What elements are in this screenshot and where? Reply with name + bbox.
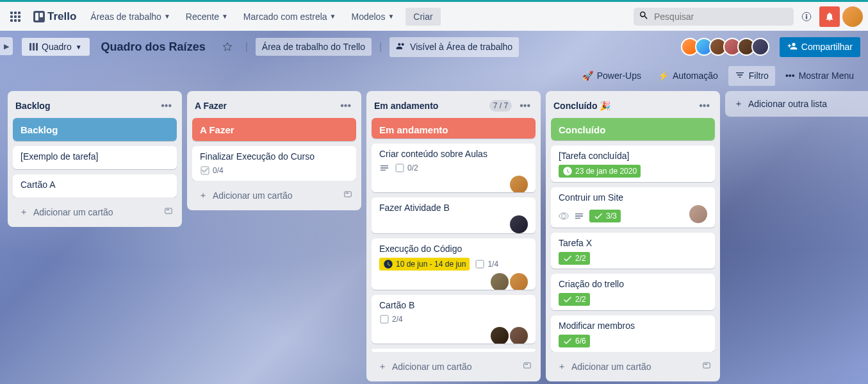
card[interactable]: Criar conteúdo sobre Aulas 0/2 [372, 144, 536, 192]
templates-menu[interactable]: Modelos▼ [345, 8, 400, 26]
board-view-icon [29, 43, 38, 51]
user-add-icon [787, 41, 798, 53]
add-card-button[interactable]: ＋Adicionar um cartão [14, 203, 156, 222]
list-menu-button[interactable]: ••• [338, 97, 354, 114]
card[interactable]: Cartão A [13, 174, 177, 197]
bolt-icon: ⚡ [658, 71, 669, 81]
svg-rect-3 [346, 193, 349, 194]
visibility-button[interactable]: Visível à Área de trabalho [389, 37, 519, 57]
more-icon: ••• [785, 71, 795, 81]
description-icon [574, 211, 584, 221]
plus-icon: ＋ [557, 361, 566, 372]
card-template-button[interactable] [341, 187, 355, 204]
checklist-badge: 3/3 [589, 210, 621, 222]
card[interactable]: Fazer Atividade B [372, 197, 536, 234]
trello-logo-text: Trello [47, 10, 76, 23]
card[interactable]: Modificar membros 6/6 [551, 315, 715, 352]
card-template-button[interactable] [520, 358, 534, 375]
search-icon [639, 10, 649, 23]
view-switcher[interactable]: Quadro ▼ [22, 38, 90, 56]
star-board-button[interactable] [217, 37, 238, 57]
svg-rect-0 [165, 208, 172, 213]
member-avatar[interactable] [751, 38, 769, 56]
svg-rect-2 [345, 192, 352, 197]
list-title[interactable]: Em andamento [374, 101, 438, 111]
list-menu-button[interactable]: ••• [517, 97, 533, 114]
board-header: Quadro ▼ Quadro dos Raízes | Área de tra… [0, 31, 868, 63]
top-navigation: Trello Áreas de trabalho▼ Recente▼ Marca… [0, 0, 868, 31]
automation-button[interactable]: ⚡Automação [651, 67, 725, 85]
due-date-badge: 23 de jan de 2020 [559, 165, 641, 178]
svg-rect-6 [703, 363, 710, 368]
list-menu-button[interactable]: ••• [158, 97, 174, 114]
list-header-card[interactable]: Concluído [551, 118, 715, 140]
recent-menu[interactable]: Recente▼ [179, 8, 234, 26]
list-header-card[interactable]: Em andamento [372, 118, 536, 138]
list-header-card[interactable]: A Fazer [192, 118, 356, 141]
checklist-badge: 0/4 [200, 165, 224, 176]
card[interactable]: [Tarefa concluída] 23 de jan de 2020 [551, 146, 715, 182]
info-button[interactable] [796, 6, 817, 27]
list-header-card[interactable]: Backlog [13, 118, 177, 141]
create-button[interactable]: Criar [405, 8, 440, 26]
card-template-button[interactable] [700, 358, 714, 375]
board-title[interactable]: Quadro dos Raízes [95, 40, 212, 54]
card[interactable]: Criação do trello 2/2 [551, 274, 715, 310]
board-toolbar: 🚀Power-Ups ⚡Automação Filtro •••Mostrar … [0, 63, 868, 88]
search-box[interactable] [634, 8, 794, 26]
plus-icon: ＋ [19, 206, 28, 218]
card[interactable]: Cartão B 2/4 [372, 295, 536, 344]
list-menu-button[interactable]: ••• [696, 97, 712, 114]
list-title[interactable]: Backlog [15, 101, 50, 111]
search-input[interactable] [654, 12, 789, 22]
card-member-avatar[interactable] [510, 176, 528, 192]
add-card-button[interactable]: ＋Adicionar um cartão [373, 357, 515, 376]
board-members[interactable] [685, 38, 769, 56]
checklist-badge: 0/2 [395, 163, 418, 173]
card-member-avatar[interactable] [491, 327, 509, 344]
checklist-badge: 2/2 [559, 252, 590, 265]
card-member-avatar[interactable] [689, 205, 707, 223]
svg-rect-7 [705, 364, 708, 365]
add-list-button[interactable]: ＋Adicionar outra lista [725, 91, 868, 117]
show-menu-button[interactable]: •••Mostrar Menu [779, 67, 860, 85]
card-member-avatar[interactable] [510, 273, 528, 289]
card-member-avatar[interactable] [510, 215, 528, 233]
chevron-down-icon: ▼ [388, 13, 394, 20]
card[interactable]: Execução do Código 10 de jun - 14 de jun… [372, 238, 536, 289]
app-switcher-button[interactable] [5, 6, 26, 27]
add-card-button[interactable]: ＋Adicionar um cartão [552, 357, 694, 376]
checklist-badge: 6/6 [559, 335, 590, 347]
due-date-badge: 10 de jun - 14 de jun [379, 258, 470, 271]
board-canvas[interactable]: Backlog ••• Backlog [Exemplo de tarefa] … [0, 88, 868, 384]
card[interactable]: Finalizar Execução do Curso 0/4 [192, 146, 356, 181]
trello-logo-icon [33, 11, 45, 22]
list-title[interactable]: A Fazer [195, 101, 227, 111]
card[interactable]: Tarefa X 2/2 [551, 233, 715, 269]
chevron-down-icon: ▼ [330, 13, 336, 20]
starred-menu[interactable]: Marcado com estrela▼ [237, 8, 343, 26]
profile-avatar[interactable] [842, 6, 863, 27]
add-card-button[interactable]: ＋Adicionar um cartão [193, 186, 336, 205]
card-template-button[interactable] [161, 204, 176, 221]
list-title[interactable]: Concluído 🎉 [553, 101, 610, 111]
notifications-button[interactable] [819, 6, 840, 27]
filter-icon [735, 70, 745, 82]
rocket-icon: 🚀 [582, 71, 593, 81]
powerups-button[interactable]: 🚀Power-Ups [576, 67, 648, 85]
filter-button[interactable]: Filtro [728, 66, 775, 86]
chevron-down-icon: ▼ [164, 13, 170, 20]
card[interactable]: [Exemplo de tarefa] [13, 146, 177, 169]
svg-rect-1 [167, 210, 170, 210]
trello-logo[interactable]: Trello [28, 10, 81, 23]
card-member-avatar[interactable] [491, 273, 509, 289]
list-todo: A Fazer ••• A Fazer Finalizar Execução d… [187, 91, 361, 210]
list-done: Concluído 🎉 ••• Concluído [Tarefa conclu… [546, 91, 720, 381]
checklist-badge: 2/4 [379, 314, 403, 324]
workspace-button[interactable]: Área de trabalho do Trello [256, 38, 372, 56]
share-button[interactable]: Compartilhar [780, 37, 860, 57]
workspaces-menu[interactable]: Áreas de trabalho▼ [84, 8, 176, 26]
plus-icon: ＋ [378, 361, 387, 372]
card-member-avatar[interactable] [510, 327, 528, 344]
card[interactable]: Contruir um Site 3/3 [551, 187, 715, 228]
